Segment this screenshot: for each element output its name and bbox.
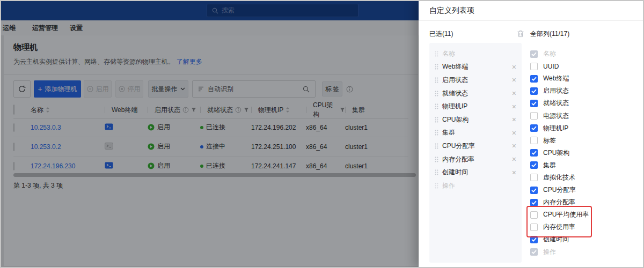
column-option-label: 标签 <box>543 136 556 145</box>
column-option: 名称 <box>530 48 635 60</box>
selected-column-item[interactable]: 物理机IP× <box>435 100 516 113</box>
column-option[interactable]: 标签 <box>530 135 635 147</box>
selected-column-item[interactable]: Web终端× <box>435 61 516 74</box>
column-option[interactable]: UUID <box>530 60 635 72</box>
drag-handle-icon[interactable] <box>435 169 438 175</box>
column-checkbox[interactable] <box>530 63 538 70</box>
column-option[interactable]: 创建时间 <box>530 233 635 245</box>
column-option-label: 集群 <box>543 161 556 170</box>
column-checkbox[interactable] <box>530 224 538 231</box>
column-option[interactable]: 集群 <box>530 159 635 172</box>
remove-column-icon[interactable]: × <box>512 63 516 71</box>
column-option-label: 内存分配率 <box>543 198 575 207</box>
drag-handle-icon[interactable] <box>435 91 438 96</box>
selected-column-label: 操作 <box>442 181 455 190</box>
selected-column-label: 物理机IP <box>442 102 467 111</box>
remove-column-icon[interactable]: × <box>512 169 516 176</box>
column-option-label: 就绪状态 <box>543 99 569 108</box>
column-option-label: CPU分配率 <box>543 185 576 195</box>
drawer-divider <box>419 20 644 21</box>
remove-column-icon[interactable]: × <box>512 76 516 84</box>
column-checkbox[interactable] <box>530 137 538 144</box>
selected-column-label: 集群 <box>442 128 455 137</box>
column-option[interactable]: 物理机IP <box>530 122 635 135</box>
column-option[interactable]: CPU架构 <box>530 147 635 159</box>
column-checkbox[interactable] <box>530 211 538 219</box>
selected-column-item[interactable]: CPU分配率× <box>435 139 516 153</box>
column-checkbox[interactable] <box>530 112 538 120</box>
column-option[interactable]: Web终端 <box>530 72 635 85</box>
remove-column-icon[interactable]: × <box>512 90 516 97</box>
column-option[interactable]: CPU分配率 <box>530 184 635 196</box>
remove-column-icon[interactable]: × <box>512 155 516 163</box>
selected-column-item[interactable]: 集群× <box>435 126 516 140</box>
column-checkbox[interactable] <box>530 87 538 95</box>
column-option-label: 名称 <box>543 49 556 58</box>
column-option-label: 虚拟化技术 <box>543 173 575 182</box>
remove-column-icon[interactable]: × <box>512 103 516 110</box>
column-option[interactable]: 就绪状态 <box>530 97 635 109</box>
selected-column-label: 创建时间 <box>442 168 468 177</box>
column-option-label: 启用状态 <box>543 86 569 95</box>
column-checkbox[interactable] <box>530 174 538 181</box>
column-option[interactable]: CPU平均使用率 <box>530 209 635 221</box>
column-option-label: 物理机IP <box>543 124 568 133</box>
selected-column-label: 启用状态 <box>442 76 468 85</box>
column-option-label: CPU架构 <box>543 148 569 158</box>
selected-columns-list: 名称Web终端×启用状态×就绪状态×物理机IP×CPU架构×集群×CPU分配率×… <box>429 43 522 263</box>
selected-column-item[interactable]: CPU架构× <box>435 113 516 126</box>
trash-icon[interactable] <box>517 30 524 38</box>
selected-column-label: 内存分配率 <box>442 155 474 164</box>
column-option: 操作 <box>530 246 635 258</box>
remove-column-icon[interactable]: × <box>512 129 516 137</box>
column-option-label: 操作 <box>543 248 556 257</box>
drawer-title: 自定义列表项 <box>429 0 474 20</box>
column-option-label: UUID <box>543 63 559 70</box>
drag-handle-icon[interactable] <box>435 130 438 136</box>
column-checkbox[interactable] <box>530 199 538 206</box>
drag-handle-icon[interactable] <box>435 77 438 83</box>
drag-handle-icon[interactable] <box>435 117 438 123</box>
column-option[interactable]: 内存使用率 <box>530 221 635 233</box>
column-checkbox[interactable] <box>530 149 538 157</box>
column-checkbox[interactable] <box>530 75 538 83</box>
remove-column-icon[interactable]: × <box>512 142 516 150</box>
selected-column-label: CPU架构 <box>442 115 469 124</box>
column-option[interactable]: 启用状态 <box>530 85 635 97</box>
column-checkbox[interactable] <box>530 100 538 107</box>
customize-columns-drawer: 自定义列表项 已选(11) 全部列(11/17) 名称Web终端×启用状态×就绪… <box>419 0 644 268</box>
all-columns-list: 名称UUIDWeb终端启用状态就绪状态电源状态物理机IP标签CPU架构集群虚拟化… <box>530 48 635 258</box>
drag-handle-icon <box>435 51 438 57</box>
column-option-label: Web终端 <box>543 74 569 83</box>
column-checkbox[interactable] <box>530 124 538 132</box>
selected-column-item[interactable]: 内存分配率× <box>435 153 516 166</box>
column-option[interactable]: 内存分配率 <box>530 196 635 209</box>
column-option-label: CPU平均使用率 <box>543 210 589 219</box>
column-option-label: 内存使用率 <box>543 222 575 232</box>
column-option[interactable]: 电源状态 <box>530 109 635 122</box>
drag-handle-icon[interactable] <box>435 157 438 162</box>
drag-handle-icon[interactable] <box>435 143 438 149</box>
column-checkbox[interactable] <box>530 236 538 243</box>
column-checkbox[interactable] <box>530 187 538 194</box>
selected-column-label: Web终端 <box>442 62 468 71</box>
column-option[interactable]: 虚拟化技术 <box>530 172 635 184</box>
selected-column-item[interactable]: 创建时间× <box>435 166 516 179</box>
column-checkbox[interactable] <box>530 161 538 169</box>
selected-columns-header: 已选(11) <box>429 29 453 39</box>
drag-handle-icon <box>435 183 438 189</box>
column-option-label: 电源状态 <box>543 111 569 121</box>
selected-column-item[interactable]: 就绪状态× <box>435 87 516 100</box>
selected-column-item[interactable]: 启用状态× <box>435 73 516 87</box>
selected-column-label: 名称 <box>442 49 455 58</box>
selected-column-item: 名称 <box>435 47 516 61</box>
drag-handle-icon[interactable] <box>435 64 438 70</box>
column-option-label: 创建时间 <box>543 235 569 244</box>
selected-column-item: 操作 <box>435 179 516 192</box>
column-checkbox <box>530 248 538 256</box>
selected-column-label: CPU分配率 <box>442 142 475 151</box>
remove-column-icon[interactable]: × <box>512 116 516 123</box>
drag-handle-icon[interactable] <box>435 103 438 109</box>
column-checkbox <box>530 50 538 58</box>
selected-column-label: 就绪状态 <box>442 89 468 98</box>
